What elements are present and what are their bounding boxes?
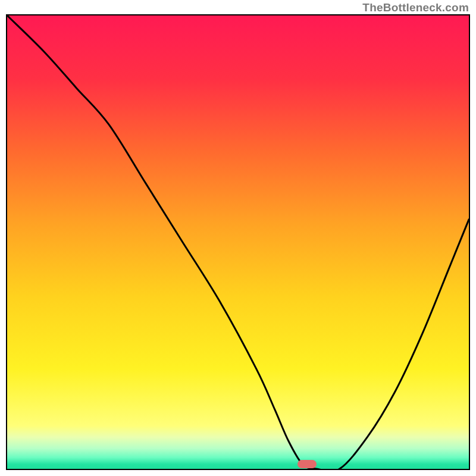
optimal-point-marker xyxy=(298,460,317,468)
bottleneck-curve xyxy=(7,15,469,469)
bottleneck-chart: TheBottleneck.com xyxy=(0,0,476,476)
curve-layer xyxy=(7,15,469,469)
plot-area xyxy=(6,14,470,470)
watermark-text: TheBottleneck.com xyxy=(362,1,469,14)
